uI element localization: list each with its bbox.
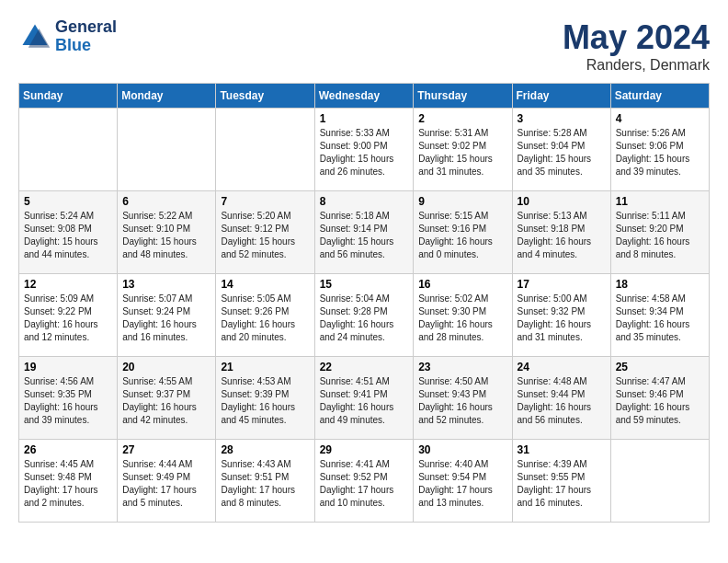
cell-week2-day6: 11Sunrise: 5:11 AMSunset: 9:20 PMDayligh… xyxy=(610,191,709,274)
day-number: 5 xyxy=(24,195,112,208)
day-info: Sunrise: 4:58 AMSunset: 9:34 PMDaylight:… xyxy=(616,293,690,342)
cell-week2-day5: 10Sunrise: 5:13 AMSunset: 9:18 PMDayligh… xyxy=(512,191,610,274)
day-info: Sunrise: 4:55 AMSunset: 9:37 PMDaylight:… xyxy=(122,376,197,425)
day-info: Sunrise: 5:26 AMSunset: 9:06 PMDaylight:… xyxy=(616,128,690,177)
header-friday: Friday xyxy=(512,84,610,109)
cell-week2-day1: 6Sunrise: 5:22 AMSunset: 9:10 PMDaylight… xyxy=(118,191,216,274)
day-number: 13 xyxy=(122,278,210,291)
day-info: Sunrise: 5:24 AMSunset: 9:08 PMDaylight:… xyxy=(24,211,98,259)
cell-week4-day0: 19Sunrise: 4:56 AMSunset: 9:35 PMDayligh… xyxy=(19,357,118,440)
cell-week2-day3: 8Sunrise: 5:18 AMSunset: 9:14 PMDaylight… xyxy=(314,191,414,274)
header-wednesday: Wednesday xyxy=(314,84,414,109)
cell-week5-day0: 26Sunrise: 4:45 AMSunset: 9:48 PMDayligh… xyxy=(19,440,118,523)
day-info: Sunrise: 4:44 AMSunset: 9:49 PMDaylight:… xyxy=(122,459,197,508)
logo-icon xyxy=(18,20,51,53)
day-info: Sunrise: 4:45 AMSunset: 9:48 PMDaylight:… xyxy=(24,459,98,508)
day-number: 16 xyxy=(418,278,506,291)
cell-week1-day1 xyxy=(118,109,216,191)
day-info: Sunrise: 5:07 AMSunset: 9:24 PMDaylight:… xyxy=(122,293,197,342)
cell-week2-day4: 9Sunrise: 5:15 AMSunset: 9:16 PMDaylight… xyxy=(414,191,512,274)
logo-text-line1: General xyxy=(55,18,117,37)
title-block: May 2024 Randers, Denmark xyxy=(563,18,710,74)
cell-week3-day0: 12Sunrise: 5:09 AMSunset: 9:22 PMDayligh… xyxy=(19,274,118,357)
week-row-1: 1Sunrise: 5:33 AMSunset: 9:00 PMDaylight… xyxy=(19,109,710,191)
cell-week5-day1: 27Sunrise: 4:44 AMSunset: 9:49 PMDayligh… xyxy=(118,440,216,523)
day-number: 19 xyxy=(24,361,112,373)
day-number: 18 xyxy=(616,278,704,291)
cell-week1-day2 xyxy=(216,109,314,191)
day-info: Sunrise: 5:04 AMSunset: 9:28 PMDaylight:… xyxy=(320,293,394,342)
day-info: Sunrise: 4:48 AMSunset: 9:44 PMDaylight:… xyxy=(518,376,592,425)
day-number: 2 xyxy=(418,112,506,125)
cell-week5-day4: 30Sunrise: 4:40 AMSunset: 9:54 PMDayligh… xyxy=(414,440,512,523)
cell-week3-day5: 17Sunrise: 5:00 AMSunset: 9:32 PMDayligh… xyxy=(512,274,610,357)
day-number: 20 xyxy=(122,361,210,373)
day-info: Sunrise: 4:41 AMSunset: 9:52 PMDaylight:… xyxy=(320,459,394,508)
cell-week4-day4: 23Sunrise: 4:50 AMSunset: 9:43 PMDayligh… xyxy=(414,357,512,440)
day-info: Sunrise: 5:31 AMSunset: 9:02 PMDaylight:… xyxy=(418,128,493,177)
day-number: 17 xyxy=(518,278,606,291)
day-number: 12 xyxy=(24,278,112,291)
day-number: 26 xyxy=(24,443,112,456)
cell-week1-day5: 3Sunrise: 5:28 AMSunset: 9:04 PMDaylight… xyxy=(512,109,610,191)
day-info: Sunrise: 4:39 AMSunset: 9:55 PMDaylight:… xyxy=(518,459,592,508)
day-info: Sunrise: 4:40 AMSunset: 9:54 PMDaylight:… xyxy=(418,459,493,508)
header-sunday: Sunday xyxy=(19,84,118,109)
cell-week1-day4: 2Sunrise: 5:31 AMSunset: 9:02 PMDaylight… xyxy=(414,109,512,191)
calendar-table: Sunday Monday Tuesday Wednesday Thursday… xyxy=(18,83,710,523)
day-info: Sunrise: 5:22 AMSunset: 9:10 PMDaylight:… xyxy=(122,211,197,259)
cell-week5-day2: 28Sunrise: 4:43 AMSunset: 9:51 PMDayligh… xyxy=(216,440,314,523)
day-number: 22 xyxy=(320,361,409,373)
day-number: 10 xyxy=(518,195,606,208)
day-number: 28 xyxy=(221,443,309,456)
day-number: 24 xyxy=(518,361,606,373)
day-info: Sunrise: 5:33 AMSunset: 9:00 PMDaylight:… xyxy=(320,128,394,177)
day-info: Sunrise: 4:43 AMSunset: 9:51 PMDaylight:… xyxy=(221,459,295,508)
day-info: Sunrise: 5:00 AMSunset: 9:32 PMDaylight:… xyxy=(518,293,592,342)
header-saturday: Saturday xyxy=(610,84,709,109)
cell-week3-day2: 14Sunrise: 5:05 AMSunset: 9:26 PMDayligh… xyxy=(216,274,314,357)
day-number: 29 xyxy=(320,443,409,456)
cell-week1-day0 xyxy=(19,109,118,191)
day-number: 27 xyxy=(122,443,210,456)
day-info: Sunrise: 4:50 AMSunset: 9:43 PMDaylight:… xyxy=(418,376,493,425)
logo: General Blue xyxy=(18,18,117,55)
cell-week5-day5: 31Sunrise: 4:39 AMSunset: 9:55 PMDayligh… xyxy=(512,440,610,523)
day-info: Sunrise: 5:02 AMSunset: 9:30 PMDaylight:… xyxy=(418,293,493,342)
day-number: 21 xyxy=(221,361,309,373)
cell-week3-day6: 18Sunrise: 4:58 AMSunset: 9:34 PMDayligh… xyxy=(610,274,709,357)
header-monday: Monday xyxy=(118,84,216,109)
week-row-2: 5Sunrise: 5:24 AMSunset: 9:08 PMDaylight… xyxy=(19,191,710,274)
cell-week4-day2: 21Sunrise: 4:53 AMSunset: 9:39 PMDayligh… xyxy=(216,357,314,440)
logo-text-line2: Blue xyxy=(55,37,117,55)
day-info: Sunrise: 4:56 AMSunset: 9:35 PMDaylight:… xyxy=(24,376,98,425)
cell-week4-day1: 20Sunrise: 4:55 AMSunset: 9:37 PMDayligh… xyxy=(118,357,216,440)
weekday-header-row: Sunday Monday Tuesday Wednesday Thursday… xyxy=(19,84,710,109)
cell-week1-day6: 4Sunrise: 5:26 AMSunset: 9:06 PMDaylight… xyxy=(610,109,709,191)
day-info: Sunrise: 5:28 AMSunset: 9:04 PMDaylight:… xyxy=(518,128,592,177)
cell-week1-day3: 1Sunrise: 5:33 AMSunset: 9:00 PMDaylight… xyxy=(314,109,414,191)
day-info: Sunrise: 4:51 AMSunset: 9:41 PMDaylight:… xyxy=(320,376,394,425)
page-header: General Blue May 2024 Randers, Denmark xyxy=(18,18,710,74)
location-subtitle: Randers, Denmark xyxy=(563,57,710,74)
day-number: 30 xyxy=(418,443,506,456)
cell-week3-day3: 15Sunrise: 5:04 AMSunset: 9:28 PMDayligh… xyxy=(314,274,414,357)
week-row-4: 19Sunrise: 4:56 AMSunset: 9:35 PMDayligh… xyxy=(19,357,710,440)
cell-week4-day3: 22Sunrise: 4:51 AMSunset: 9:41 PMDayligh… xyxy=(314,357,414,440)
day-number: 15 xyxy=(320,278,409,291)
day-info: Sunrise: 5:18 AMSunset: 9:14 PMDaylight:… xyxy=(320,211,394,259)
cell-week4-day6: 25Sunrise: 4:47 AMSunset: 9:46 PMDayligh… xyxy=(610,357,709,440)
cell-week2-day2: 7Sunrise: 5:20 AMSunset: 9:12 PMDaylight… xyxy=(216,191,314,274)
day-info: Sunrise: 5:15 AMSunset: 9:16 PMDaylight:… xyxy=(418,211,493,259)
cell-week2-day0: 5Sunrise: 5:24 AMSunset: 9:08 PMDaylight… xyxy=(19,191,118,274)
week-row-3: 12Sunrise: 5:09 AMSunset: 9:22 PMDayligh… xyxy=(19,274,710,357)
day-info: Sunrise: 5:09 AMSunset: 9:22 PMDaylight:… xyxy=(24,293,98,342)
day-number: 1 xyxy=(320,112,409,125)
day-number: 8 xyxy=(320,195,409,208)
cell-week4-day5: 24Sunrise: 4:48 AMSunset: 9:44 PMDayligh… xyxy=(512,357,610,440)
day-info: Sunrise: 4:47 AMSunset: 9:46 PMDaylight:… xyxy=(616,376,690,425)
week-row-5: 26Sunrise: 4:45 AMSunset: 9:48 PMDayligh… xyxy=(19,440,710,523)
day-number: 23 xyxy=(418,361,506,373)
day-info: Sunrise: 5:11 AMSunset: 9:20 PMDaylight:… xyxy=(616,211,690,259)
day-number: 14 xyxy=(221,278,309,291)
